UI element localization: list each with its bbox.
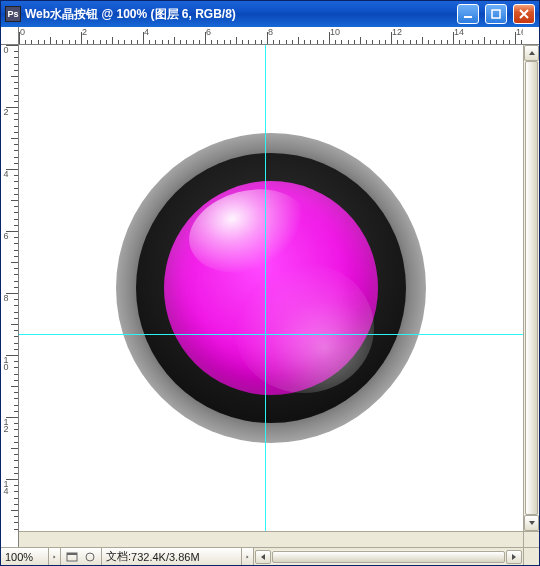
zoom-field[interactable]: 100% <box>1 548 49 565</box>
ruler-h-label: 4 <box>144 27 149 37</box>
chevron-right-icon <box>53 554 56 560</box>
chevron-up-icon <box>528 49 536 57</box>
ruler-h-label: 12 <box>392 27 402 37</box>
ruler-h-label: 14 <box>454 27 464 37</box>
status-icon-2[interactable] <box>83 551 97 563</box>
ruler-h-end <box>523 27 539 45</box>
ruler-vertical[interactable]: 0246810121416 <box>1 45 19 531</box>
scroll-up-button[interactable] <box>524 45 539 61</box>
status-bar: 100% 文档: 732.4K/3.86M <box>1 547 539 565</box>
ruler-h-label: 0 <box>20 27 25 37</box>
orb-highlight-br <box>234 263 374 393</box>
ruler-horizontal[interactable]: 0246810121416 <box>19 27 523 45</box>
ruler-h-label: 6 <box>206 27 211 37</box>
ruler-h-label: 8 <box>268 27 273 37</box>
maximize-button[interactable] <box>485 4 507 24</box>
canvas[interactable] <box>19 45 523 531</box>
scroll-down-button[interactable] <box>524 515 539 531</box>
scrollbar-v-track[interactable] <box>524 61 539 515</box>
status-icon-1[interactable] <box>65 551 79 563</box>
ruler-v-label: 4 <box>2 169 10 176</box>
app-icon: Ps <box>5 6 21 22</box>
title-bar[interactable]: Ps Web水晶按钮 @ 100% (图层 6, RGB/8) <box>1 1 539 27</box>
svg-rect-0 <box>464 16 472 18</box>
window-title: Web水晶按钮 @ 100% (图层 6, RGB/8) <box>25 6 451 23</box>
status-icons <box>61 548 102 565</box>
scroll-right-button[interactable] <box>506 550 522 564</box>
crystal-button-artwork <box>116 133 426 443</box>
ruler-v-label: 12 <box>2 417 10 431</box>
scrollbar-horizontal[interactable] <box>254 550 523 564</box>
ruler-origin[interactable] <box>1 27 19 45</box>
ruler-v-label: 2 <box>2 107 10 114</box>
zoom-menu-button[interactable] <box>49 548 61 565</box>
chevron-down-icon <box>528 519 536 527</box>
ruler-h-label: 16 <box>516 27 523 37</box>
minimize-button[interactable] <box>457 4 479 24</box>
zoom-value: 100% <box>5 551 33 563</box>
close-icon <box>518 8 530 20</box>
resize-grip[interactable] <box>523 548 539 565</box>
ruler-v-label: 8 <box>2 293 10 300</box>
ruler-h-label: 10 <box>330 27 340 37</box>
bottom-gutter <box>19 531 523 547</box>
scrollbar-v-thumb[interactable] <box>525 61 538 515</box>
ruler-h-label: 2 <box>82 27 87 37</box>
maximize-icon <box>490 8 502 20</box>
workspace: 0246810121416 0246810121416 <box>1 27 539 547</box>
scrollbar-h-track[interactable] <box>272 550 505 564</box>
svg-rect-3 <box>67 553 77 555</box>
ruler-v-label: 10 <box>2 355 10 369</box>
ruler-v-label: 0 <box>2 45 10 52</box>
scrollbar-vertical[interactable] <box>523 45 539 531</box>
scrollbar-corner <box>523 531 539 547</box>
scrollbar-h-thumb[interactable] <box>272 551 505 563</box>
ruler-v-label: 6 <box>2 231 10 238</box>
guide-vertical[interactable] <box>265 45 266 531</box>
minimize-icon <box>462 8 474 20</box>
ruler-v-end <box>1 531 19 547</box>
doc-size-label: 文档: <box>106 549 131 564</box>
chevron-right-icon <box>246 554 249 560</box>
close-button[interactable] <box>513 4 535 24</box>
ruler-v-label: 14 <box>2 479 10 493</box>
chevron-left-icon <box>259 553 267 561</box>
scroll-left-button[interactable] <box>255 550 271 564</box>
chevron-right-icon <box>510 553 518 561</box>
doc-menu-button[interactable] <box>242 548 254 565</box>
guide-horizontal[interactable] <box>19 334 523 335</box>
doc-size-value: 732.4K/3.86M <box>131 551 200 563</box>
doc-size-field[interactable]: 文档: 732.4K/3.86M <box>102 548 242 565</box>
svg-point-4 <box>86 553 94 561</box>
svg-rect-1 <box>492 10 500 18</box>
